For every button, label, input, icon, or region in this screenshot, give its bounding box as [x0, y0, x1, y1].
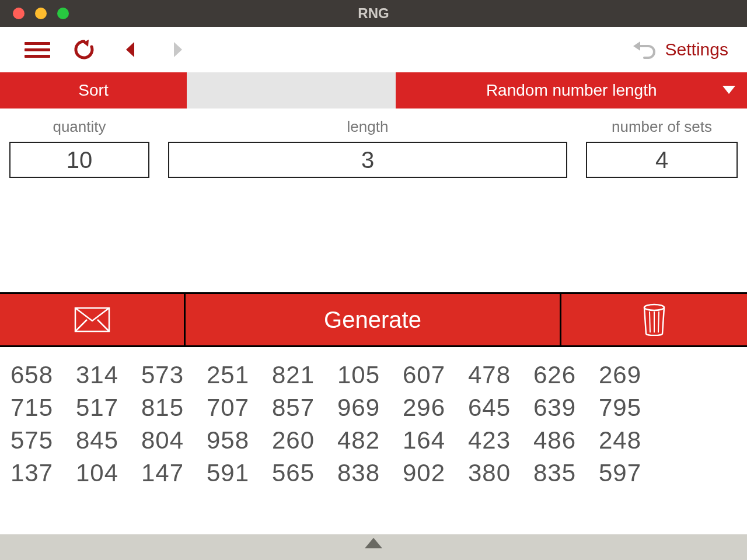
result-number: 804 — [141, 426, 207, 454]
result-number: 838 — [337, 459, 403, 487]
result-row: 715517815707857969296645639795 — [11, 394, 736, 422]
back-icon — [124, 41, 138, 58]
result-row: 658314573251821105607478626269 — [11, 361, 736, 389]
result-number: 269 — [599, 361, 664, 389]
quantity-group: quantity — [9, 118, 149, 178]
window-controls — [0, 8, 69, 19]
svg-line-9 — [650, 312, 650, 332]
result-number: 969 — [337, 394, 403, 422]
result-number: 517 — [76, 394, 141, 422]
result-number: 575 — [11, 426, 76, 454]
result-number: 902 — [403, 459, 468, 487]
chevron-down-icon — [722, 86, 735, 95]
result-number: 707 — [207, 394, 272, 422]
result-number: 645 — [468, 394, 533, 422]
svg-marker-1 — [126, 42, 134, 57]
result-number: 607 — [403, 361, 468, 389]
result-number: 821 — [272, 361, 337, 389]
svg-line-11 — [658, 312, 659, 332]
svg-line-6 — [75, 320, 87, 331]
result-number: 835 — [533, 459, 599, 487]
forward-button[interactable] — [154, 32, 201, 67]
result-number: 478 — [468, 361, 533, 389]
tab-blank[interactable] — [187, 72, 396, 108]
result-number: 260 — [272, 426, 337, 454]
sets-label: number of sets — [612, 118, 712, 136]
svg-marker-2 — [174, 42, 182, 57]
action-bar: Generate — [0, 292, 747, 347]
result-number: 104 — [76, 459, 141, 487]
window-titlebar: RNG — [0, 0, 747, 27]
length-input[interactable] — [168, 142, 567, 178]
tab-rnl-label: Random number length — [486, 81, 657, 100]
chevron-up-icon — [365, 538, 382, 548]
generate-label: Generate — [324, 307, 421, 333]
result-number: 857 — [272, 394, 337, 422]
refresh-icon — [72, 38, 96, 61]
refresh-button[interactable] — [61, 32, 107, 67]
svg-marker-4 — [722, 86, 735, 94]
window-title: RNG — [0, 5, 747, 22]
share-mail-button[interactable] — [0, 294, 186, 345]
tab-sort[interactable]: Sort — [0, 72, 187, 108]
result-number: 248 — [599, 426, 664, 454]
result-number: 573 — [141, 361, 207, 389]
result-number: 795 — [599, 394, 664, 422]
result-number: 251 — [207, 361, 272, 389]
svg-marker-3 — [633, 41, 640, 51]
result-number: 658 — [11, 361, 76, 389]
minimize-window-button[interactable] — [35, 8, 47, 19]
clear-button[interactable] — [561, 294, 747, 345]
result-number: 296 — [403, 394, 468, 422]
result-number: 565 — [272, 459, 337, 487]
length-label: length — [347, 118, 389, 136]
result-row: 137104147591565838902380835597 — [11, 459, 736, 487]
result-number: 715 — [11, 394, 76, 422]
undo-button[interactable] — [624, 32, 665, 67]
bottom-drawer-handle[interactable] — [0, 534, 747, 560]
result-number: 482 — [337, 426, 403, 454]
result-number: 423 — [468, 426, 533, 454]
undo-icon — [632, 39, 658, 60]
result-number: 626 — [533, 361, 599, 389]
quantity-input[interactable] — [9, 142, 149, 178]
envelope-icon — [74, 307, 110, 332]
result-row: 575845804958260482164423486248 — [11, 426, 736, 454]
zoom-window-button[interactable] — [57, 8, 69, 19]
result-number: 137 — [11, 459, 76, 487]
result-number: 815 — [141, 394, 207, 422]
result-number: 147 — [141, 459, 207, 487]
hamburger-icon — [25, 42, 50, 58]
result-number: 958 — [207, 426, 272, 454]
result-number: 380 — [468, 459, 533, 487]
top-toolbar: Settings — [0, 27, 747, 72]
svg-marker-12 — [365, 538, 382, 548]
settings-link[interactable]: Settings — [665, 40, 733, 60]
back-button[interactable] — [107, 32, 154, 67]
generate-button[interactable]: Generate — [186, 294, 561, 345]
svg-line-7 — [97, 320, 109, 331]
result-number: 639 — [533, 394, 599, 422]
sets-group: number of sets — [586, 118, 738, 178]
result-number: 314 — [76, 361, 141, 389]
result-number: 591 — [207, 459, 272, 487]
forward-icon — [170, 41, 184, 58]
sets-input[interactable] — [586, 142, 738, 178]
quantity-label: quantity — [53, 118, 106, 136]
mode-tab-strip: Sort Random number length — [0, 72, 747, 108]
svg-point-8 — [644, 304, 664, 310]
results-area: 6583145732518211056074786262697155178157… — [0, 347, 747, 498]
tab-sort-label: Sort — [78, 81, 108, 100]
menu-button[interactable] — [14, 32, 61, 67]
length-group: length — [168, 118, 567, 178]
parameters-row: quantity length number of sets — [0, 108, 747, 178]
trash-icon — [642, 303, 666, 336]
result-number: 105 — [337, 361, 403, 389]
tab-random-number-length[interactable]: Random number length — [396, 72, 747, 108]
result-number: 486 — [533, 426, 599, 454]
result-number: 164 — [403, 426, 468, 454]
result-number: 845 — [76, 426, 141, 454]
close-window-button[interactable] — [13, 8, 25, 19]
result-number: 597 — [599, 459, 664, 487]
